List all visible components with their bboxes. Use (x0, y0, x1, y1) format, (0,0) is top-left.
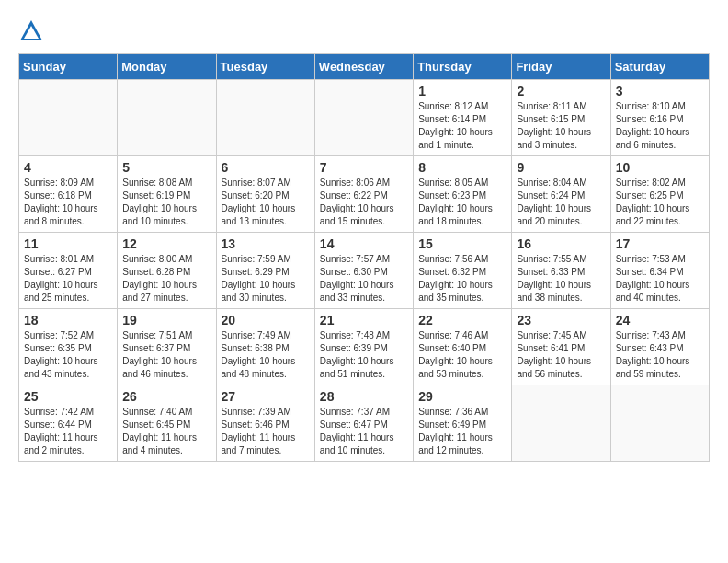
day-info: Sunrise: 8:00 AM Sunset: 6:28 PM Dayligh… (122, 253, 210, 304)
day-number: 29 (418, 389, 506, 404)
day-info: Sunrise: 7:37 AM Sunset: 6:47 PM Dayligh… (320, 406, 408, 457)
day-info: Sunrise: 7:39 AM Sunset: 6:46 PM Dayligh… (222, 406, 310, 457)
day-number: 20 (222, 313, 310, 327)
calendar-week-row: 4Sunrise: 8:09 AM Sunset: 6:18 PM Daylig… (19, 156, 710, 233)
day-info: Sunrise: 8:01 AM Sunset: 6:27 PM Dayligh… (24, 253, 112, 304)
day-number: 22 (418, 313, 506, 327)
day-number: 2 (517, 84, 605, 98)
calendar-cell: 23Sunrise: 7:45 AM Sunset: 6:41 PM Dayli… (512, 309, 610, 385)
calendar-cell: 4Sunrise: 8:09 AM Sunset: 6:18 PM Daylig… (19, 156, 118, 233)
calendar-cell: 19Sunrise: 7:51 AM Sunset: 6:37 PM Dayli… (118, 309, 216, 385)
header-thursday: Thursday (414, 54, 512, 80)
calendar-cell: 27Sunrise: 7:39 AM Sunset: 6:46 PM Dayli… (216, 385, 314, 462)
day-number: 8 (418, 160, 506, 175)
day-number: 3 (616, 84, 704, 98)
day-number: 15 (418, 236, 506, 251)
calendar-cell: 11Sunrise: 8:01 AM Sunset: 6:27 PM Dayli… (19, 233, 118, 309)
day-info: Sunrise: 7:55 AM Sunset: 6:33 PM Dayligh… (517, 253, 605, 304)
day-number: 23 (517, 313, 605, 327)
calendar-cell: 29Sunrise: 7:36 AM Sunset: 6:49 PM Dayli… (414, 385, 512, 462)
calendar-cell: 8Sunrise: 8:05 AM Sunset: 6:23 PM Daylig… (414, 156, 512, 233)
calendar-cell (216, 80, 314, 156)
calendar-cell: 21Sunrise: 7:48 AM Sunset: 6:39 PM Dayli… (314, 309, 413, 385)
calendar-cell: 6Sunrise: 8:07 AM Sunset: 6:20 PM Daylig… (216, 156, 314, 233)
header-wednesday: Wednesday (314, 54, 413, 80)
logo (18, 18, 48, 44)
calendar-cell (610, 385, 709, 462)
day-info: Sunrise: 8:09 AM Sunset: 6:18 PM Dayligh… (24, 177, 112, 228)
day-number: 25 (24, 389, 112, 404)
day-info: Sunrise: 7:57 AM Sunset: 6:30 PM Dayligh… (320, 253, 408, 304)
header-friday: Friday (512, 54, 610, 80)
day-info: Sunrise: 8:08 AM Sunset: 6:19 PM Dayligh… (122, 177, 210, 228)
calendar-cell: 3Sunrise: 8:10 AM Sunset: 6:16 PM Daylig… (610, 80, 709, 156)
day-info: Sunrise: 7:56 AM Sunset: 6:32 PM Dayligh… (418, 253, 506, 304)
header-monday: Monday (118, 54, 216, 80)
day-info: Sunrise: 7:46 AM Sunset: 6:40 PM Dayligh… (418, 329, 506, 381)
calendar-cell: 2Sunrise: 8:11 AM Sunset: 6:15 PM Daylig… (512, 80, 610, 156)
page-header (18, 18, 710, 44)
day-number: 12 (122, 236, 210, 251)
day-number: 21 (320, 313, 408, 327)
day-info: Sunrise: 8:07 AM Sunset: 6:20 PM Dayligh… (222, 177, 310, 228)
day-number: 5 (122, 160, 210, 175)
calendar-cell: 15Sunrise: 7:56 AM Sunset: 6:32 PM Dayli… (414, 233, 512, 309)
calendar-cell: 5Sunrise: 8:08 AM Sunset: 6:19 PM Daylig… (118, 156, 216, 233)
day-info: Sunrise: 7:59 AM Sunset: 6:29 PM Dayligh… (222, 253, 310, 304)
day-info: Sunrise: 7:52 AM Sunset: 6:35 PM Dayligh… (24, 329, 112, 381)
day-info: Sunrise: 7:49 AM Sunset: 6:38 PM Dayligh… (222, 329, 310, 381)
day-number: 11 (24, 236, 112, 251)
day-number: 13 (222, 236, 310, 251)
calendar-cell: 1Sunrise: 8:12 AM Sunset: 6:14 PM Daylig… (414, 80, 512, 156)
day-info: Sunrise: 8:12 AM Sunset: 6:14 PM Dayligh… (418, 100, 506, 152)
day-number: 27 (222, 389, 310, 404)
day-number: 19 (122, 313, 210, 327)
day-number: 6 (222, 160, 310, 175)
calendar-cell: 17Sunrise: 7:53 AM Sunset: 6:34 PM Dayli… (610, 233, 709, 309)
day-number: 24 (616, 313, 704, 327)
day-number: 9 (517, 160, 605, 175)
day-number: 17 (616, 236, 704, 251)
calendar-cell: 7Sunrise: 8:06 AM Sunset: 6:22 PM Daylig… (314, 156, 413, 233)
header-tuesday: Tuesday (216, 54, 314, 80)
calendar-cell: 16Sunrise: 7:55 AM Sunset: 6:33 PM Dayli… (512, 233, 610, 309)
calendar-cell: 20Sunrise: 7:49 AM Sunset: 6:38 PM Dayli… (216, 309, 314, 385)
calendar-cell: 12Sunrise: 8:00 AM Sunset: 6:28 PM Dayli… (118, 233, 216, 309)
calendar-cell: 14Sunrise: 7:57 AM Sunset: 6:30 PM Dayli… (314, 233, 413, 309)
calendar-week-row: 1Sunrise: 8:12 AM Sunset: 6:14 PM Daylig… (19, 80, 710, 156)
calendar-cell: 25Sunrise: 7:42 AM Sunset: 6:44 PM Dayli… (19, 385, 118, 462)
calendar-cell: 24Sunrise: 7:43 AM Sunset: 6:43 PM Dayli… (610, 309, 709, 385)
calendar-week-row: 11Sunrise: 8:01 AM Sunset: 6:27 PM Dayli… (19, 233, 710, 309)
calendar-header-row: SundayMondayTuesdayWednesdayThursdayFrid… (19, 54, 710, 80)
day-info: Sunrise: 7:51 AM Sunset: 6:37 PM Dayligh… (122, 329, 210, 381)
calendar-cell: 13Sunrise: 7:59 AM Sunset: 6:29 PM Dayli… (216, 233, 314, 309)
day-info: Sunrise: 7:43 AM Sunset: 6:43 PM Dayligh… (616, 329, 704, 381)
day-number: 26 (122, 389, 210, 404)
day-info: Sunrise: 8:02 AM Sunset: 6:25 PM Dayligh… (616, 177, 704, 228)
day-info: Sunrise: 7:53 AM Sunset: 6:34 PM Dayligh… (616, 253, 704, 304)
calendar-cell: 26Sunrise: 7:40 AM Sunset: 6:45 PM Dayli… (118, 385, 216, 462)
calendar-week-row: 25Sunrise: 7:42 AM Sunset: 6:44 PM Dayli… (19, 385, 710, 462)
day-info: Sunrise: 7:36 AM Sunset: 6:49 PM Dayligh… (418, 406, 506, 457)
day-number: 16 (517, 236, 605, 251)
calendar-cell: 28Sunrise: 7:37 AM Sunset: 6:47 PM Dayli… (314, 385, 413, 462)
day-number: 14 (320, 236, 408, 251)
header-saturday: Saturday (610, 54, 709, 80)
day-info: Sunrise: 8:11 AM Sunset: 6:15 PM Dayligh… (517, 100, 605, 152)
calendar-week-row: 18Sunrise: 7:52 AM Sunset: 6:35 PM Dayli… (19, 309, 710, 385)
calendar-cell: 22Sunrise: 7:46 AM Sunset: 6:40 PM Dayli… (414, 309, 512, 385)
day-info: Sunrise: 7:45 AM Sunset: 6:41 PM Dayligh… (517, 329, 605, 381)
calendar-cell: 10Sunrise: 8:02 AM Sunset: 6:25 PM Dayli… (610, 156, 709, 233)
calendar-cell (19, 80, 118, 156)
calendar-cell (512, 385, 610, 462)
day-number: 10 (616, 160, 704, 175)
calendar-cell: 18Sunrise: 7:52 AM Sunset: 6:35 PM Dayli… (19, 309, 118, 385)
calendar-cell (314, 80, 413, 156)
day-info: Sunrise: 8:04 AM Sunset: 6:24 PM Dayligh… (517, 177, 605, 228)
day-info: Sunrise: 7:42 AM Sunset: 6:44 PM Dayligh… (24, 406, 112, 457)
logo-icon (18, 18, 44, 44)
calendar-cell: 9Sunrise: 8:04 AM Sunset: 6:24 PM Daylig… (512, 156, 610, 233)
day-info: Sunrise: 7:40 AM Sunset: 6:45 PM Dayligh… (122, 406, 210, 457)
calendar-cell (118, 80, 216, 156)
day-info: Sunrise: 7:48 AM Sunset: 6:39 PM Dayligh… (320, 329, 408, 381)
